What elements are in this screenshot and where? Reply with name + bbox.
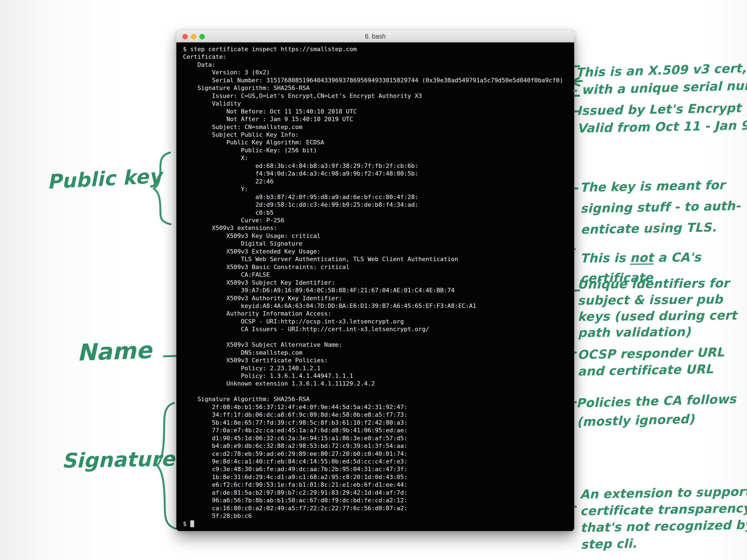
terminal-line: X509v3 Authority Key Identifier:: [183, 295, 574, 302]
terminal-line: 22:46: [183, 178, 574, 185]
terminal-line: Certificate:: [183, 53, 574, 61]
terminal-output: $ step certificate inspect https://small…: [183, 45, 574, 520]
terminal-line: c9:3e:48:30:a6:fe:ad:49:dc:aa:7b:2b:95:0…: [183, 465, 574, 473]
note-line: keys (used during cert: [577, 307, 737, 325]
terminal-line: Public Key Algorithm: ECDSA: [183, 138, 574, 146]
terminal-line: Public-Key: (256 bit): [183, 147, 574, 154]
brace-public-key: [154, 153, 171, 224]
terminal-line: af:de:81:5a:b2:97:89:b7:c2:29:91:83:29:4…: [183, 489, 574, 497]
note-line: OCSP responder URL: [577, 344, 724, 363]
terminal-line: Serial Number: 3151768085196404339693786…: [183, 77, 574, 84]
terminal-line: Y:: [183, 185, 574, 193]
terminal-line: Digital Signature: [183, 240, 574, 248]
terminal-line: 9e:8d:4c:a1:40:cf:eb:84:c4:14:55:0b:ed:5…: [183, 458, 574, 465]
terminal-line: 34:ff:1f:db:06:dc:a8:6f:9c:89:8d:4e:58:0…: [183, 411, 574, 418]
terminal-line: Data:: [183, 61, 574, 69]
note-line: Issued by Let's Encrypt: [577, 99, 747, 120]
terminal-line: b4:a0:e9:db:6c:32:88:a2:98:53:bd:72:c9:3…: [183, 442, 574, 450]
note-line: that's not recognized by: [580, 516, 747, 536]
note-line: certificate transparency: [580, 500, 747, 519]
terminal-line: X:: [183, 154, 574, 162]
terminal-line: Not Before: Oct 11 15:40:10 2018 UTC: [183, 108, 574, 116]
terminal-line: ed:68:3b:c4:84:b8:a3:9f:38:29:7f:fb:2f:c…: [183, 162, 574, 170]
terminal-window: 6. bash $ step certificate inspect https…: [176, 30, 574, 531]
terminal-line: TLS Web Server Authentication, TLS Web C…: [183, 255, 574, 263]
terminal-line: 77:0a:e7:4b:2c:ca:ed:45:1a:a7:6d:d8:9b:4…: [183, 427, 574, 434]
terminal-line: Authority Information Access:: [183, 310, 574, 317]
terminal-line: 2d:d9:58:1c:dd:c3:4e:99:b9:25:de:b8:f4:3…: [183, 201, 574, 209]
note-issued-by: Issued by Let's Encrypt Valid from Oct 1…: [577, 99, 747, 137]
terminal-line: DNS:smallstep.com: [183, 349, 574, 357]
terminal-line: Unknown extension 1.3.6.1.4.1.11129.2.4.…: [183, 380, 574, 387]
note-name: Name: [77, 337, 152, 366]
note-ct-extension: An extension to support certificate tran…: [579, 483, 747, 553]
terminal-line: d1:90:45:1d:06:32:c6:2a:3e:94:15:a1:86:3…: [183, 434, 574, 442]
terminal-line: e6:f2:6c:fd:90:53:1e:fa:b1:01:8c:21:e1:e…: [183, 481, 574, 489]
window-title: 6. bash: [176, 30, 574, 42]
terminal-line: 1b:8e:31:6d:29:4c:d1:a9:c1:68:a2:95:c8:2…: [183, 473, 574, 481]
terminal-line: Curve: P-256: [183, 217, 574, 224]
terminal-line: CA Issuers - URI:http://cert.int-x3.lets…: [183, 325, 574, 333]
terminal-line: Version: 3 (0x2): [183, 69, 574, 76]
terminal-screen[interactable]: $ step certificate inspect https://small…: [176, 42, 574, 531]
terminal-line: ca:16:80:c0:a2:02:49:a5:f7:22:2c:22:77:6…: [183, 505, 574, 512]
terminal-line: Signature Algorithm: SHA256-RSA: [183, 84, 574, 92]
note-identifiers: Unique identifiers for subject & issuer …: [577, 275, 737, 341]
terminal-line: X509v3 Subject Key Identifier:: [183, 279, 574, 286]
terminal-line: Not After : Jan 9 15:40:10 2019 UTC: [183, 116, 574, 123]
terminal-cursor: [190, 520, 194, 527]
terminal-line: Policy: 1.3.6.1.4.1.44947.1.1.1: [183, 372, 574, 380]
note-line: Valid from Oct 11 - Jan 9.: [577, 117, 747, 137]
note-policies: Policies the CA follows (mostly ignored): [576, 389, 737, 431]
terminal-line: c0:b5: [183, 209, 574, 217]
terminal-line: Signature Algorithm: SHA256-RSA: [183, 396, 574, 403]
note-line: step cli.: [581, 533, 747, 553]
terminal-line: X509v3 extensions:: [183, 224, 574, 232]
note-line: The key is meant for: [579, 174, 740, 198]
terminal-line: f4:94:0d:2a:d4:a3:4c:98:a9:9b:f2:47:48:8…: [183, 170, 574, 177]
note-key-usage: The key is meant for signing stuff - to …: [579, 174, 741, 240]
note-line: Unique identifiers for: [577, 275, 737, 292]
note-x509-cert: This is an X.509 v3 cert, - with a uniqu…: [575, 58, 747, 99]
prompt-line: $: [183, 520, 574, 528]
terminal-line: 2f:08:4b:b1:56:37:12:4f:e4:0f:9e:44:5d:5…: [183, 403, 574, 411]
terminal-line: 96:a6:56:7b:8b:ab:b1:50:ac:67:d0:f9:dc:b…: [183, 497, 574, 504]
note-line: signing stuff - to auth-: [580, 195, 741, 219]
terminal-line: X509v3 Certificate Policies:: [183, 357, 574, 364]
terminal-line: 5b:41:8e:65:77:fd:39:cf:98:5c:8f:b3:61:1…: [183, 419, 574, 427]
terminal-line: Subject Public Key Info:: [183, 131, 574, 138]
note-line: An extension to support: [579, 483, 747, 503]
terminal-line: a9:b3:87:42:0f:95:d8:a9:ad:6e:bf:cc:80:4…: [183, 193, 574, 201]
terminal-line: X509v3 Key Usage: critical: [183, 232, 574, 240]
terminal-line: [183, 333, 574, 341]
note-line: subject & issuer pub: [577, 291, 737, 308]
terminal-line: X509v3 Extended Key Usage:: [183, 248, 574, 255]
paper-shading-left: [0, 0, 118, 560]
terminal-line: [183, 388, 574, 396]
terminal-line: 5f:28:bb:c6: [183, 512, 574, 520]
terminal-line: X509v3 Subject Alternative Name:: [183, 341, 574, 349]
terminal-line: CA:FALSE: [183, 271, 574, 279]
terminal-line: Issuer: C=US,O=Let's Encrypt,CN=Let's En…: [183, 92, 574, 100]
terminal-line: ce:d2:78:eb:59:ad:e6:29:89:ee:80:27:20:b…: [183, 450, 574, 458]
terminal-line: Validity: [183, 100, 574, 107]
note-line: This is not a CA's: [580, 247, 701, 268]
note-line: and certificate URL: [577, 360, 725, 380]
terminal-line: X509v3 Basic Constraints: critical: [183, 263, 574, 271]
terminal-line: keyid:A8:4A:6A:63:04:7D:DD:BA:E6:D1:39:B…: [183, 302, 574, 310]
page: Public key Name Signature 6. bash $ step…: [0, 0, 747, 560]
terminal-line: 39:A7:D6:A9:16:89:64:0C:5B:88:4F:21:67:0…: [183, 286, 574, 294]
terminal-line: OCSP - URI:http://ocsp.int-x3.letsencryp…: [183, 318, 574, 325]
terminal-line: $ step certificate inspect https://small…: [183, 45, 574, 53]
note-line: path validation): [578, 323, 737, 341]
note-ocsp-urls: OCSP responder URL and certificate URL: [577, 344, 725, 380]
prompt-symbol: $: [183, 520, 190, 527]
note-signature: Signature: [61, 447, 175, 472]
titlebar[interactable]: 6. bash: [176, 30, 574, 43]
terminal-line: Policy: 2.23.140.1.2.1: [183, 364, 574, 372]
note-line: enticate using TLS.: [581, 216, 741, 240]
terminal-line: Subject: CN=smallstep.com: [183, 123, 574, 131]
